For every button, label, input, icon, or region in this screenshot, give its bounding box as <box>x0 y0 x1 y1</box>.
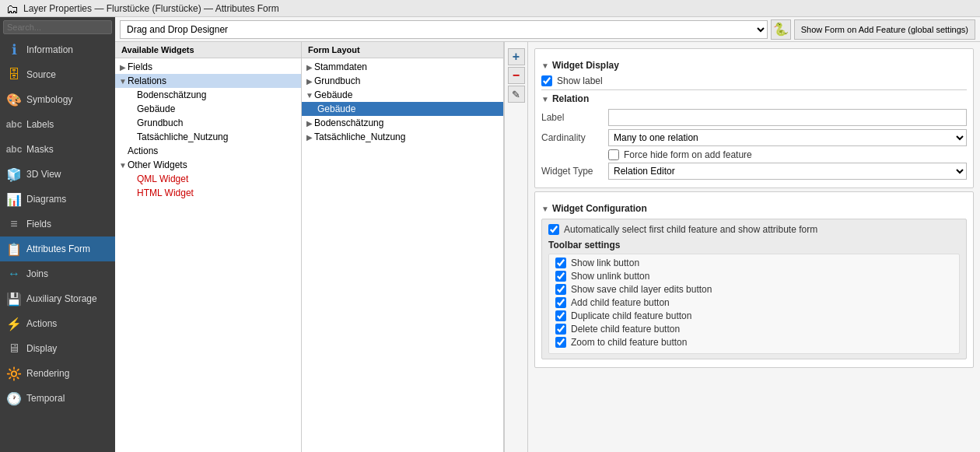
masks-icon: abc <box>6 142 22 157</box>
sidebar-item-rendering[interactable]: 🔆 Rendering <box>0 361 115 386</box>
bodenschatzung-form-label: Bodenschätzung <box>314 117 383 128</box>
diagrams-icon: 📊 <box>6 191 22 207</box>
sidebar-item-information[interactable]: ℹ Information <box>0 37 115 62</box>
show-label-checkbox[interactable] <box>541 75 552 86</box>
cardinality-row: Cardinality Many to one relationOne to m… <box>541 129 967 146</box>
sidebar-item-3dview[interactable]: 🧊 3D View <box>0 162 115 187</box>
form-item-grundbuch[interactable]: ▶ Grundbuch <box>302 74 503 88</box>
add-child-row: Add child feature button <box>555 297 953 308</box>
widget-display-title: Widget Display <box>552 60 619 71</box>
remove-element-button[interactable]: − <box>508 67 525 84</box>
relation-section-header: ▼ Relation <box>541 93 967 104</box>
bodenschatzung-label: Bodenschätzung <box>137 89 206 100</box>
joins-icon: ↔ <box>6 266 22 282</box>
config-element-button[interactable]: ✎ <box>508 86 525 103</box>
sidebar-item-attributes-form[interactable]: 📋 Attributes Form <box>0 237 115 261</box>
form-item-stammdaten[interactable]: ▶ Stammdaten <box>302 60 503 74</box>
show-unlink-checkbox[interactable] <box>555 271 566 282</box>
auto-select-checkbox[interactable] <box>548 224 559 235</box>
3dview-icon: 🧊 <box>6 166 22 182</box>
widget-item-grundbuch[interactable]: Grundbuch <box>115 116 301 130</box>
sidebar-search-container <box>0 17 115 37</box>
label-field-input[interactable] <box>608 109 967 126</box>
add-child-checkbox[interactable] <box>555 297 566 308</box>
widget-item-actions[interactable]: ▶ Actions <box>115 144 301 158</box>
widget-item-html[interactable]: HTML Widget <box>115 186 301 200</box>
sidebar-label-symbology: Symbology <box>26 94 72 105</box>
grundbuch-form-arrow: ▶ <box>305 77 314 86</box>
add-element-button[interactable]: + <box>508 48 525 65</box>
widget-config-title: Widget Configuration <box>552 203 647 214</box>
app-icon: 🗂 <box>6 2 19 15</box>
widget-type-select[interactable]: Relation Editor <box>608 163 967 180</box>
zoom-child-checkbox[interactable] <box>555 337 566 348</box>
widget-type-label: Widget Type <box>541 166 604 177</box>
show-link-label: Show link button <box>571 258 639 268</box>
widget-item-qml[interactable]: QML Widget <box>115 172 301 186</box>
relations-label: Relations <box>128 75 166 86</box>
show-save-child-label: Show save child layer edits button <box>571 284 712 295</box>
duplicate-child-checkbox[interactable] <box>555 310 566 321</box>
sidebar-item-temporal[interactable]: 🕐 Temporal <box>0 386 115 411</box>
show-unlink-row: Show unlink button <box>555 271 953 282</box>
widget-item-other-widgets[interactable]: ▼ Other Widgets <box>115 158 301 172</box>
widget-item-gebaude[interactable]: Gebäude <box>115 102 301 116</box>
form-layout-panel: Form Layout ▶ Stammdaten ▶ Grundbuch <box>302 42 504 452</box>
auxiliary-storage-icon: 💾 <box>6 291 22 307</box>
gebaude-parent-arrow: ▼ <box>305 91 314 100</box>
sidebar-item-actions[interactable]: ⚡ Actions <box>0 311 115 336</box>
available-widgets-header: Available Widgets <box>115 42 301 58</box>
show-save-child-checkbox[interactable] <box>555 284 566 295</box>
sidebar-item-source[interactable]: 🗄 Source <box>0 62 115 87</box>
relations-arrow: ▼ <box>118 77 128 86</box>
sidebar-item-joins[interactable]: ↔ Joins <box>0 261 115 286</box>
labels-icon: abc <box>6 117 22 132</box>
form-item-bodenschatzung[interactable]: ▶ Bodenschätzung <box>302 116 503 130</box>
stammdaten-arrow: ▶ <box>305 63 314 72</box>
sidebar-item-symbology[interactable]: 🎨 Symbology <box>0 87 115 112</box>
cardinality-select[interactable]: Many to one relationOne to many relation <box>608 129 967 146</box>
widget-item-fields[interactable]: ▶ Fields <box>115 60 301 74</box>
sidebar-item-diagrams[interactable]: 📊 Diagrams <box>0 187 115 212</box>
widget-item-tatsachliche[interactable]: Tatsächliche_Nutzung <box>115 130 301 144</box>
actions-label: Actions <box>128 145 158 156</box>
label-row: Label <box>541 109 967 126</box>
form-item-tatsachliche[interactable]: ▶ Tatsächliche_Nutzung <box>302 130 503 144</box>
force-hide-checkbox[interactable] <box>608 149 619 160</box>
designer-selector[interactable]: Drag and Drop Designer <box>120 20 768 39</box>
sidebar-item-display[interactable]: 🖥 Display <box>0 336 115 361</box>
form-item-gebaude-child[interactable]: Gebäude <box>302 102 503 116</box>
sidebar-item-auxiliary-storage[interactable]: 💾 Auxiliary Storage <box>0 286 115 311</box>
search-input[interactable] <box>3 20 112 34</box>
show-link-checkbox[interactable] <box>555 258 566 268</box>
delete-child-checkbox[interactable] <box>555 324 566 335</box>
widget-config-section: ▼ Widget Configuration Automatically sel… <box>534 191 974 368</box>
widget-item-bodenschatzung[interactable]: Bodenschätzung <box>115 88 301 102</box>
gebaude-child-label: Gebäude <box>317 103 355 114</box>
form-item-gebaude-parent[interactable]: ▼ Gebäude <box>302 88 503 102</box>
widget-item-relations[interactable]: ▼ Relations <box>115 74 301 88</box>
zoom-child-label: Zoom to child feature button <box>571 337 687 348</box>
widget-display-arrow: ▼ <box>541 61 549 70</box>
show-label-row: Show label <box>541 75 967 86</box>
show-link-row: Show link button <box>555 258 953 268</box>
sidebar-item-masks[interactable]: abc Masks <box>0 137 115 162</box>
form-layout-header: Form Layout <box>302 42 503 58</box>
sidebar-item-fields[interactable]: ≡ Fields <box>0 212 115 237</box>
python-button[interactable]: 🐍 <box>771 19 791 40</box>
sidebar-item-labels[interactable]: abc Labels <box>0 112 115 137</box>
available-widgets-panel: Available Widgets ▶ Fields ▼ Relations B <box>115 42 302 452</box>
show-form-button[interactable]: Show Form on Add Feature (global setting… <box>794 19 975 40</box>
gebaude-parent-label: Gebäude <box>314 89 352 100</box>
other-widgets-arrow: ▼ <box>118 161 128 170</box>
sidebar-label-labels: Labels <box>26 119 54 130</box>
attributes-form-icon: 📋 <box>6 241 22 257</box>
grundbuch-form-label: Grundbuch <box>314 75 360 86</box>
sidebar-label-fields: Fields <box>26 219 51 230</box>
widget-config-arrow: ▼ <box>541 205 549 213</box>
title-bar: 🗂 Layer Properties — Flurstücke (Flurstü… <box>0 0 980 17</box>
main-toolbar: Drag and Drop Designer 🐍 Show Form on Ad… <box>115 17 980 42</box>
window-title: Layer Properties — Flurstücke (Flurstück… <box>23 3 279 14</box>
symbology-icon: 🎨 <box>6 92 22 107</box>
show-label-text: Show label <box>557 75 603 86</box>
